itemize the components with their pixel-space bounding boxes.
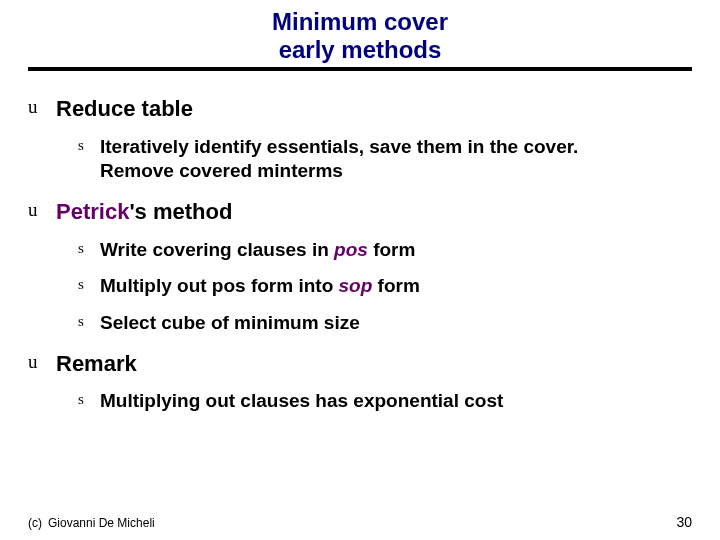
copyright-mark: (c) xyxy=(28,516,42,530)
bullet-icon: s xyxy=(78,135,100,155)
section-heading: Remark xyxy=(56,350,137,378)
slide-footer: (c) Giovanni De Micheli 30 xyxy=(0,514,720,530)
bullet-icon: s xyxy=(78,389,100,409)
title-line-1: Minimum cover xyxy=(0,8,720,36)
list-item: s Multiply out pos form into sop form xyxy=(78,274,598,299)
term-pos: pos xyxy=(334,239,368,260)
list-text: Write covering clauses in pos form xyxy=(100,238,415,263)
list-text: Select cube of minimum size xyxy=(100,311,360,336)
section-petrick: u Petrick's method xyxy=(28,198,692,226)
term-sop: sop xyxy=(339,275,373,296)
bullet-icon: s xyxy=(78,311,100,331)
list-item: s Multiplying out clauses has exponentia… xyxy=(78,389,598,414)
heading-rest: 's method xyxy=(129,199,232,224)
bullet-icon: u xyxy=(28,95,56,120)
list-item: s Iteratively identify essentials, save … xyxy=(78,135,598,184)
bullet-icon: u xyxy=(28,350,56,375)
list-text: Iteratively identify essentials, save th… xyxy=(100,135,598,184)
section-remark: u Remark xyxy=(28,350,692,378)
section-reduce: u Reduce table xyxy=(28,95,692,123)
list-text: Multiplying out clauses has exponential … xyxy=(100,389,503,414)
title-line-2: early methods xyxy=(0,36,720,64)
section-heading: Petrick's method xyxy=(56,198,232,226)
section-heading: Reduce table xyxy=(56,95,193,123)
heading-accent: Petrick xyxy=(56,199,129,224)
slide-title: Minimum cover early methods xyxy=(0,0,720,65)
slide-body: u Reduce table s Iteratively identify es… xyxy=(0,71,720,414)
bullet-icon: s xyxy=(78,238,100,258)
page-number: 30 xyxy=(676,514,692,530)
author-name: Giovanni De Micheli xyxy=(48,516,155,530)
bullet-icon: s xyxy=(78,274,100,294)
list-item: s Select cube of minimum size xyxy=(78,311,598,336)
list-item: s Write covering clauses in pos form xyxy=(78,238,598,263)
copyright: (c) Giovanni De Micheli xyxy=(28,516,155,530)
bullet-icon: u xyxy=(28,198,56,223)
list-text: Multiply out pos form into sop form xyxy=(100,274,420,299)
